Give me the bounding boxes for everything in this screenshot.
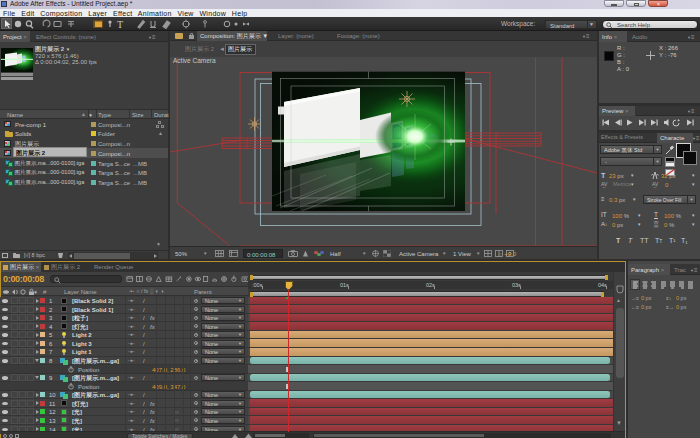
svg-text:T: T bbox=[117, 19, 123, 30]
svg-text:Active Camera: Active Camera bbox=[173, 57, 216, 64]
